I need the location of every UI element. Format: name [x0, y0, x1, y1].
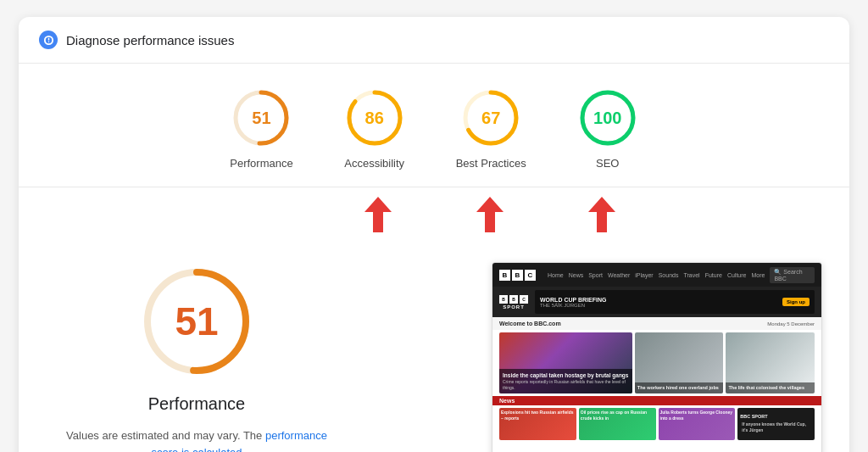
- score-value-accessibility: 86: [365, 109, 384, 128]
- svg-marker-11: [364, 197, 392, 232]
- bbc-main-grid: Inside the capital taken hostage by brut…: [492, 330, 821, 396]
- svg-marker-13: [588, 197, 615, 232]
- bbc-news-bar: News: [492, 396, 821, 405]
- arrow-up-seo: [588, 197, 615, 232]
- bbc-news-1: Explosions hit two Russian airfields – r…: [499, 408, 576, 440]
- score-label-seo: SEO: [596, 157, 619, 170]
- svg-marker-12: [476, 197, 504, 232]
- bbc-welcome-bar: Welcome to BBC.com Monday 5 December: [492, 317, 821, 330]
- score-value-performance: 51: [252, 109, 270, 128]
- bbc-news-2: Oil prices rise as cap on Russian crude …: [579, 408, 656, 440]
- bbc-news-3: Julia Roberts turns George Clooney into …: [659, 408, 736, 440]
- score-label-best-practices: Best Practices: [456, 157, 526, 170]
- bbc-wc-banner: WORLD CUP BRIEFING THE 5ÁÍK JÜRGEN Sign …: [535, 290, 815, 314]
- bbc-search: 🔍 Search BBC: [770, 267, 815, 283]
- bbc-side-story-2: The life that colonised the villages: [726, 332, 815, 393]
- header-icon: [39, 31, 58, 49]
- bbc-sport-bar: B B C SPORT WORLD CUP BRIEFING THE 5ÁÍK …: [492, 287, 821, 317]
- arrow-slot-accessibility: [348, 197, 409, 232]
- score-item-best-practices: 67 Best Practices: [456, 87, 526, 170]
- bbc-nav: Home News Sport Weather iPlayer Sounds T…: [548, 272, 765, 278]
- bbc-logo: B B C: [499, 270, 536, 281]
- bbc-side-story-1: The workers hired one overland jobs: [635, 332, 724, 393]
- score-value-best-practices: 67: [481, 109, 500, 128]
- bbc-topbar: B B C Home News Sport Weather iPlayer So…: [492, 263, 821, 287]
- bbc-sport-logo: B B C SPORT: [499, 295, 528, 310]
- bbc-main-story: Inside the capital taken hostage by brut…: [499, 332, 632, 393]
- arrows-row: [19, 187, 849, 242]
- bbc-news-4: BBC SPORT If anyone knows the World Cup,…: [737, 408, 815, 440]
- big-score-label: Performance: [148, 394, 246, 414]
- scores-row: 51 Performance 86 Accessibility 67 Best …: [19, 64, 849, 187]
- right-panel: B B C Home News Sport Weather iPlayer So…: [368, 262, 822, 452]
- score-item-accessibility: 86 Accessibility: [344, 87, 405, 170]
- bbc-news-grid: Explosions hit two Russian airfields – r…: [492, 405, 821, 443]
- score-value-seo: 100: [593, 109, 621, 128]
- bbc-screenshot: B B C Home News Sport Weather iPlayer So…: [492, 262, 822, 452]
- score-label-accessibility: Accessibility: [344, 157, 404, 170]
- left-panel: 51 Performance Values are estimated and …: [53, 262, 341, 452]
- description-text: Values are estimated and may vary. The p…: [65, 427, 328, 452]
- arrow-up-best-practices: [476, 197, 504, 232]
- score-circle-accessibility: 86: [344, 87, 405, 148]
- arrow-slot-seo: [571, 197, 632, 232]
- header-title: Diagnose performance issues: [66, 33, 234, 47]
- main-content: 51 Performance Values are estimated and …: [19, 242, 849, 452]
- score-circle-seo: 100: [577, 87, 638, 148]
- svg-point-2: [47, 41, 48, 42]
- score-item-seo: 100 SEO: [577, 87, 638, 170]
- score-label-performance: Performance: [230, 157, 292, 170]
- card-header: Diagnose performance issues: [19, 17, 849, 64]
- score-circle-performance: 51: [231, 87, 292, 148]
- score-circle-best-practices: 67: [460, 87, 521, 148]
- big-score-value: 51: [175, 299, 218, 344]
- score-item-performance: 51 Performance: [230, 87, 292, 170]
- main-card: Diagnose performance issues 51 Performan…: [19, 17, 849, 452]
- arrow-up-accessibility: [364, 197, 392, 232]
- big-score-circle: 51: [137, 262, 256, 381]
- arrow-slot-best-practices: [459, 197, 520, 232]
